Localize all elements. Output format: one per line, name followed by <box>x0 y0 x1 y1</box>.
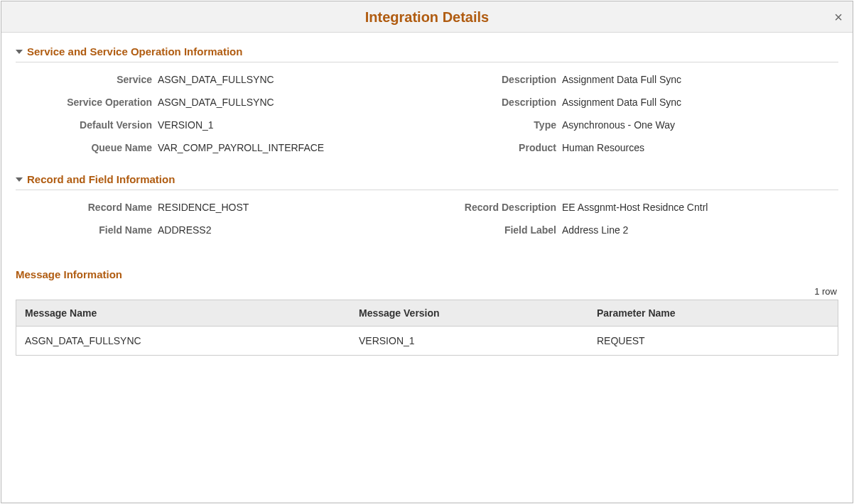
row-count: 1 row <box>16 286 838 297</box>
label-product: Product <box>427 142 562 153</box>
value-description2: Assignment Data Full Sync <box>562 97 681 108</box>
col-header-parameter-name[interactable]: Parameter Name <box>588 300 838 326</box>
field-row-record-description: Record Description EE Assgnmt-Host Resid… <box>427 202 838 213</box>
field-row-description2: Description Assignment Data Full Sync <box>427 97 838 108</box>
grid-header: Message Name Message Version Parameter N… <box>16 300 838 327</box>
label-default-version: Default Version <box>16 119 158 131</box>
label-queue-name: Queue Name <box>16 142 158 153</box>
section-title-record-info: Record and Field Information <box>27 173 175 185</box>
dialog-title: Integration Details <box>365 9 489 25</box>
field-row-queue-name: Queue Name VAR_COMP_PAYROLL_INTERFACE <box>16 142 427 153</box>
record-info-grid: Record Name RESIDENCE_HOST Field Name AD… <box>16 197 838 247</box>
cell-message-version: VERSION_1 <box>350 327 588 355</box>
service-info-grid: Service ASGN_DATA_FULLSYNC Service Opera… <box>16 70 838 165</box>
field-row-type: Type Asynchronous - One Way <box>427 119 838 131</box>
message-info-grid: Message Name Message Version Parameter N… <box>16 300 838 356</box>
field-row-field-label: Field Label Address Line 2 <box>427 224 838 236</box>
label-record-name: Record Name <box>16 202 158 213</box>
label-field-name: Field Name <box>16 224 158 236</box>
service-info-left-col: Service ASGN_DATA_FULLSYNC Service Opera… <box>16 70 427 165</box>
field-row-record-name: Record Name RESIDENCE_HOST <box>16 202 427 213</box>
field-row-default-version: Default Version VERSION_1 <box>16 119 427 131</box>
service-info-right-col: Description Assignment Data Full Sync De… <box>427 70 838 165</box>
close-icon[interactable]: × <box>824 1 853 33</box>
label-type: Type <box>427 119 562 131</box>
field-row-description1: Description Assignment Data Full Sync <box>427 74 838 85</box>
section-title-service-info: Service and Service Operation Informatio… <box>27 45 242 57</box>
label-record-description: Record Description <box>427 202 562 213</box>
caret-down-icon <box>16 177 23 182</box>
label-service: Service <box>16 74 158 85</box>
label-description2: Description <box>427 97 562 108</box>
col-header-message-name[interactable]: Message Name <box>16 300 350 326</box>
value-record-description: EE Assgnmt-Host Residnce Cntrl <box>562 202 708 213</box>
field-row-field-name: Field Name ADDRESS2 <box>16 224 427 236</box>
label-service-operation: Service Operation <box>16 97 158 108</box>
section-header-service-info[interactable]: Service and Service Operation Informatio… <box>16 45 838 62</box>
label-description1: Description <box>427 74 562 85</box>
caret-down-icon <box>16 50 23 54</box>
cell-message-name: ASGN_DATA_FULLSYNC <box>16 327 350 355</box>
value-field-label: Address Line 2 <box>562 224 628 236</box>
value-description1: Assignment Data Full Sync <box>562 74 681 85</box>
value-queue-name: VAR_COMP_PAYROLL_INTERFACE <box>158 142 324 153</box>
value-service: ASGN_DATA_FULLSYNC <box>158 74 274 85</box>
dialog-header: Integration Details × <box>1 1 853 33</box>
value-type: Asynchronous - One Way <box>562 119 675 131</box>
col-header-message-version[interactable]: Message Version <box>350 300 588 326</box>
record-info-left-col: Record Name RESIDENCE_HOST Field Name AD… <box>16 197 427 247</box>
field-row-product: Product Human Resources <box>427 142 838 153</box>
value-product: Human Resources <box>562 142 644 153</box>
record-info-right-col: Record Description EE Assgnmt-Host Resid… <box>427 197 838 247</box>
field-row-service: Service ASGN_DATA_FULLSYNC <box>16 74 427 85</box>
section-header-record-info[interactable]: Record and Field Information <box>16 173 838 190</box>
dialog-body: Service and Service Operation Informatio… <box>1 33 853 370</box>
label-field-label: Field Label <box>427 224 562 236</box>
value-default-version: VERSION_1 <box>158 119 214 131</box>
field-row-service-operation: Service Operation ASGN_DATA_FULLSYNC <box>16 97 427 108</box>
integration-details-dialog: Integration Details × Service and Servic… <box>1 1 853 503</box>
cell-parameter-name: REQUEST <box>588 327 838 355</box>
table-row: ASGN_DATA_FULLSYNC VERSION_1 REQUEST <box>16 327 838 355</box>
value-field-name: ADDRESS2 <box>158 224 211 236</box>
section-title-message-info: Message Information <box>16 268 838 280</box>
value-record-name: RESIDENCE_HOST <box>158 202 249 213</box>
value-service-operation: ASGN_DATA_FULLSYNC <box>158 97 274 108</box>
